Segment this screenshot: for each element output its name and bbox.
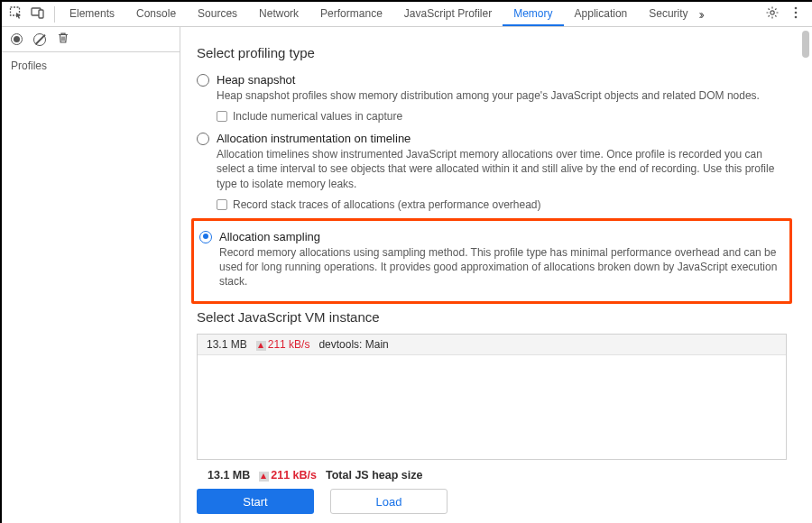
tab-performance[interactable]: Performance — [309, 2, 393, 26]
svg-rect-2 — [39, 10, 43, 18]
radio-allocation-timeline[interactable] — [197, 133, 209, 145]
total-heap-row: 13.1 MB 211 kB/s Total JS heap size — [197, 460, 787, 489]
divider — [54, 6, 55, 23]
profiles-sidebar: Profiles — [2, 27, 180, 523]
option-allocation-sampling[interactable]: Allocation sampling Record memory alloca… — [196, 226, 782, 295]
kebab-menu-icon[interactable] — [789, 5, 803, 23]
svg-point-3 — [770, 11, 774, 14]
checkbox-include-numerical[interactable] — [217, 111, 227, 122]
memory-panel-content: Select profiling type Heap snapshot Heap… — [180, 27, 812, 523]
heap-desc: Heap snapshot profiles show memory distr… — [217, 88, 787, 103]
timeline-check-label: Record stack traces of allocations (extr… — [233, 198, 541, 211]
record-button[interactable] — [11, 33, 23, 45]
more-tabs-icon[interactable]: ›› — [699, 7, 706, 22]
svg-point-4 — [795, 7, 798, 10]
timeline-desc: Allocation timelines show instrumented J… — [217, 147, 787, 191]
radio-allocation-sampling[interactable] — [199, 231, 212, 243]
up-arrow-icon — [259, 472, 269, 482]
sidebar-section-label: Profiles — [2, 52, 180, 79]
tab-security[interactable]: Security — [638, 2, 698, 26]
sampling-desc: Record memory allocations using sampling… — [219, 245, 782, 289]
timeline-label: Allocation instrumentation on timeline — [217, 132, 787, 145]
option-allocation-timeline[interactable]: Allocation instrumentation on timeline A… — [197, 128, 787, 216]
load-button[interactable]: Load — [330, 489, 448, 514]
option-heap-snapshot[interactable]: Heap snapshot Heap snapshot profiles sho… — [197, 69, 787, 128]
inspect-element-icon[interactable] — [9, 5, 23, 23]
tab-memory[interactable]: Memory — [503, 2, 563, 26]
highlight-allocation-sampling: Allocation sampling Record memory alloca… — [191, 218, 792, 305]
svg-point-6 — [795, 16, 798, 19]
up-arrow-icon — [256, 341, 266, 351]
tab-application[interactable]: Application — [564, 2, 639, 26]
start-button[interactable]: Start — [197, 489, 314, 514]
sampling-label: Allocation sampling — [219, 230, 782, 243]
vm-instance-list: 13.1 MB 211 kB/s devtools: Main — [197, 334, 787, 460]
tab-javascript-profiler[interactable]: JavaScript Profiler — [393, 2, 503, 26]
settings-gear-icon[interactable] — [765, 5, 780, 23]
scrollbar[interactable] — [799, 27, 812, 523]
profiling-type-title: Select profiling type — [197, 45, 787, 60]
delete-icon[interactable] — [57, 32, 69, 47]
sidebar-toolbar — [2, 27, 180, 52]
svg-point-5 — [795, 12, 798, 14]
tab-sources[interactable]: Sources — [187, 2, 248, 26]
vm-size: 13.1 MB — [207, 338, 247, 351]
vm-instance-row[interactable]: 13.1 MB 211 kB/s devtools: Main — [198, 335, 786, 355]
clear-button[interactable] — [33, 33, 46, 46]
vm-instance-title: Select JavaScript VM instance — [197, 309, 787, 325]
total-size: 13.1 MB — [208, 469, 250, 482]
heap-check-label: Include numerical values in capture — [233, 110, 402, 123]
tab-elements[interactable]: Elements — [59, 2, 125, 26]
total-rate: 211 kB/s — [259, 469, 317, 482]
vm-name: devtools: Main — [318, 338, 388, 351]
heap-label: Heap snapshot — [217, 73, 787, 87]
action-buttons: Start Load — [197, 489, 787, 523]
panel-tabs: ElementsConsoleSourcesNetworkPerformance… — [59, 2, 699, 26]
tab-console[interactable]: Console — [125, 2, 187, 26]
radio-heap-snapshot[interactable] — [197, 74, 209, 87]
tab-network[interactable]: Network — [248, 2, 309, 26]
inspect-tools — [7, 5, 51, 23]
devtools-tabstrip: ElementsConsoleSourcesNetworkPerformance… — [2, 2, 812, 27]
total-label: Total JS heap size — [326, 469, 422, 482]
device-toolbar-icon[interactable] — [31, 5, 45, 23]
vm-rate: 211 kB/s — [256, 338, 310, 351]
checkbox-record-stack-traces[interactable] — [217, 199, 227, 210]
